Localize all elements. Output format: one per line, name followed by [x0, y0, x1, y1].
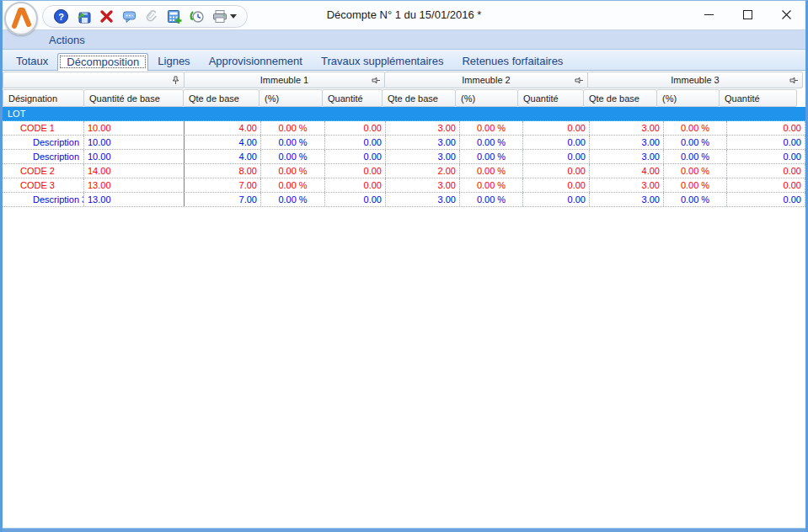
tab-travaux-supplémentaires[interactable]: Travaux supplémentaires — [312, 52, 452, 70]
value-cell: 0.00 — [523, 121, 590, 135]
value-cell — [84, 107, 185, 120]
window-controls — [689, 1, 805, 28]
column-group-header[interactable]: Immeuble 2 — [384, 72, 588, 88]
designation-cell: Description — [3, 150, 84, 163]
value-cell: 0.00 % — [664, 121, 727, 135]
value-cell: 3.00 — [590, 178, 664, 192]
designation-cell: Description 3 — [3, 193, 84, 206]
value-cell: 0.00 % — [664, 164, 727, 178]
value-cell: 3.00 — [590, 150, 664, 163]
print-button-group — [212, 9, 237, 24]
table-row[interactable]: Description10.004.000.00 %0.003.000.00 %… — [3, 136, 805, 150]
designation-cell: LOT — [3, 107, 84, 120]
menu-actions[interactable]: Actions — [49, 34, 85, 46]
designation-cell: CODE 2 — [3, 164, 84, 178]
value-cell: 4.00 — [590, 164, 664, 178]
quick-access-toolbar: ? — [42, 5, 248, 28]
column-header[interactable]: Désignation — [3, 89, 84, 107]
value-cell: 13.00 — [84, 193, 185, 206]
column-header[interactable]: (%) — [455, 89, 518, 107]
column-header[interactable]: (%) — [259, 89, 323, 107]
table-row[interactable]: Description10.004.000.00 %0.003.000.00 %… — [3, 150, 805, 164]
pin-horizontal-icon[interactable] — [789, 76, 799, 87]
save-icon[interactable] — [76, 9, 91, 24]
value-cell: 0.00 — [325, 193, 386, 206]
column-header[interactable]: Quantité — [517, 89, 584, 107]
value-cell: 10.00 — [84, 121, 185, 135]
minimize-button[interactable] — [689, 1, 728, 28]
pin-vertical-icon[interactable] — [171, 76, 180, 87]
value-cell: 3.00 — [590, 136, 664, 149]
value-cell — [185, 107, 261, 120]
tab-lignes[interactable]: Lignes — [148, 52, 199, 70]
print-icon[interactable] — [212, 9, 227, 24]
column-header[interactable]: Qte de base — [382, 89, 456, 107]
table-row[interactable]: CODE 110.004.000.00 %0.003.000.00 %0.003… — [3, 121, 805, 136]
column-group-row: Immeuble 1Immeuble 2Immeuble 3 — [3, 71, 805, 88]
value-cell: 0.00 — [325, 121, 386, 135]
value-cell: 7.00 — [185, 178, 261, 192]
value-cell: 2.00 — [386, 164, 460, 178]
column-header[interactable]: Quantité — [322, 89, 383, 107]
column-header[interactable]: (%) — [656, 89, 720, 107]
designation-cell: Description — [3, 136, 84, 149]
column-group-header[interactable]: Immeuble 3 — [587, 72, 803, 88]
print-dropdown-icon[interactable] — [229, 9, 237, 24]
value-cell: 0.00 — [523, 193, 590, 206]
calculator-add-icon[interactable] — [167, 9, 182, 24]
grid-rows: LOTCODE 110.004.000.00 %0.003.000.00 %0.… — [3, 107, 805, 207]
column-group-label: Immeuble 2 — [385, 75, 587, 85]
value-cell: 3.00 — [590, 193, 664, 206]
column-group-header[interactable]: Immeuble 1 — [184, 72, 385, 88]
attachment-icon[interactable] — [144, 9, 159, 24]
pin-horizontal-icon[interactable] — [372, 76, 381, 87]
tab-totaux[interactable]: Totaux — [7, 52, 57, 70]
value-cell: 0.00 % — [261, 121, 325, 135]
tab-retenues-forfaitaires[interactable]: Retenues forfaitaires — [452, 52, 572, 70]
value-cell: 0.00 — [523, 136, 590, 149]
delete-icon[interactable] — [99, 9, 114, 24]
close-button[interactable] — [767, 1, 805, 28]
value-cell: 0.00 % — [261, 150, 325, 163]
column-group-header[interactable] — [3, 72, 185, 88]
value-cell — [664, 107, 727, 120]
value-cell — [523, 107, 590, 120]
column-header[interactable]: Quantité — [719, 89, 797, 107]
value-cell: 0.00 % — [460, 121, 523, 135]
value-cell: 7.00 — [185, 193, 261, 206]
tab-décomposition[interactable]: Décomposition — [57, 53, 148, 71]
table-row[interactable]: LOT — [3, 107, 805, 121]
comment-icon[interactable] — [121, 9, 136, 24]
column-header[interactable]: Qte de base — [183, 89, 260, 107]
table-row[interactable]: CODE 214.008.000.00 %0.002.000.00 %0.004… — [3, 164, 805, 178]
help-icon[interactable]: ? — [53, 9, 68, 24]
value-cell: 0.00 % — [261, 136, 325, 149]
pin-horizontal-icon[interactable] — [575, 76, 584, 87]
menu-bar: Actions — [3, 29, 805, 50]
app-logo-icon[interactable] — [4, 2, 38, 35]
history-icon[interactable] — [190, 9, 205, 24]
value-cell: 0.00 — [727, 150, 805, 163]
maximize-button[interactable] — [728, 1, 767, 28]
title-bar: ? — [3, 1, 805, 29]
value-cell: 13.00 — [84, 178, 185, 192]
window-bottom-border — [3, 528, 805, 532]
value-cell: 3.00 — [386, 178, 460, 192]
value-cell: 3.00 — [386, 121, 460, 135]
designation-cell: CODE 3 — [3, 178, 84, 192]
value-cell: 4.00 — [185, 136, 261, 149]
column-group-label: Immeuble 1 — [185, 75, 384, 85]
table-row[interactable]: CODE 313.007.000.00 %0.003.000.00 %0.003… — [3, 178, 805, 193]
value-cell: 0.00 % — [664, 136, 727, 149]
value-cell — [325, 107, 386, 120]
column-header[interactable]: Quantité de base — [83, 89, 184, 107]
tab-approvisionnement[interactable]: Approvisionnement — [200, 52, 312, 70]
column-header-row: DésignationQuantité de baseQte de base(%… — [3, 88, 805, 107]
value-cell: 0.00 — [325, 136, 386, 149]
table-row[interactable]: Description 313.007.000.00 %0.003.000.00… — [3, 193, 805, 207]
value-cell — [261, 107, 325, 120]
tab-strip: TotauxDécompositionLignesApprovisionneme… — [3, 50, 805, 71]
column-header[interactable]: Qte de base — [583, 89, 657, 107]
window-title: Décompte N° 1 du 15/01/2016 * — [327, 8, 482, 21]
data-grid: Immeuble 1Immeuble 2Immeuble 3 Désignati… — [3, 71, 805, 207]
